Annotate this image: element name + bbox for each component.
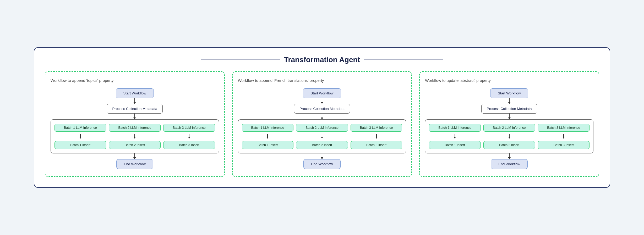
batch-arrow-cell-3-1	[429, 134, 481, 138]
small-arrow-1-1	[80, 134, 81, 138]
workflow-box-3: Workflow to update 'abstract' propertySt…	[419, 71, 599, 177]
batch-insert-1-2: Batch 2 Insert	[109, 141, 161, 149]
small-arrow-1-2	[134, 134, 135, 138]
batch-insert-1-3: Batch 3 Insert	[163, 141, 215, 149]
batch-inference-2-1: Batch 1 LLM Inference	[242, 124, 294, 132]
small-arrow-2-1	[267, 134, 268, 138]
flow-container-2: Start WorkflowProcess Collection Metadat…	[238, 88, 406, 169]
title-row: Transformation Agent	[45, 56, 599, 64]
batch-arrow-cell-1-1	[54, 134, 106, 138]
small-arrow-3-1	[455, 134, 455, 138]
end-workflow-node-1: End Workflow	[116, 159, 153, 169]
batch-arrows-row-1	[54, 134, 215, 138]
page-title: Transformation Agent	[284, 56, 360, 64]
batch-inference-1-2: Batch 2 LLM Inference	[109, 124, 161, 132]
batch-arrow-cell-1-3	[163, 134, 215, 138]
batch-insert-3-2: Batch 2 Insert	[483, 141, 535, 149]
main-container: Transformation Agent Workflow to append …	[34, 47, 610, 188]
end-workflow-node-2: End Workflow	[303, 159, 340, 169]
arrow-start-2	[322, 98, 322, 104]
arrow-batches-1	[134, 153, 135, 159]
batch-insert-2-1: Batch 1 Insert	[242, 141, 294, 149]
batch-insert-3-1: Batch 1 Insert	[429, 141, 481, 149]
batch-arrows-row-2	[242, 134, 402, 138]
small-arrow-3-2	[509, 134, 510, 138]
insert-row-2: Batch 1 InsertBatch 2 InsertBatch 3 Inse…	[242, 141, 402, 149]
small-arrow-1-3	[189, 134, 189, 138]
batch-inference-3-3: Batch 3 LLM Inference	[538, 124, 590, 132]
small-arrow-2-2	[322, 134, 322, 138]
workflow-label-3: Workflow to update 'abstract' property	[425, 78, 491, 83]
insert-row-1: Batch 1 InsertBatch 2 InsertBatch 3 Inse…	[54, 141, 215, 149]
batch-arrow-cell-2-1	[242, 134, 294, 138]
batch-arrow-cell-2-3	[351, 134, 402, 138]
start-workflow-node-3: Start Workflow	[490, 88, 528, 98]
title-line-right	[364, 60, 443, 60]
batches-box-1: Batch 1 LLM InferenceBatch 2 LLM Inferen…	[51, 119, 219, 153]
arrow-process-2	[322, 114, 322, 119]
workflows-row: Workflow to append 'topics' propertyStar…	[45, 71, 599, 177]
batch-inference-1-1: Batch 1 LLM Inference	[54, 124, 106, 132]
workflow-box-1: Workflow to append 'topics' propertyStar…	[45, 71, 225, 177]
batches-box-2: Batch 1 LLM InferenceBatch 2 LLM Inferen…	[238, 119, 406, 153]
small-arrow-2-3	[376, 134, 377, 138]
end-workflow-node-3: End Workflow	[491, 159, 528, 169]
batch-arrow-cell-2-2	[296, 134, 348, 138]
arrow-process-3	[509, 114, 510, 119]
arrow-batches-3	[509, 153, 510, 159]
batch-arrow-cell-1-2	[109, 134, 161, 138]
workflow-label-2: Workflow to append 'French translations'…	[238, 78, 324, 83]
flow-container-1: Start WorkflowProcess Collection Metadat…	[51, 88, 219, 169]
workflow-box-2: Workflow to append 'French translations'…	[232, 71, 412, 177]
title-line-left	[201, 60, 280, 60]
arrow-start-3	[509, 98, 510, 104]
inference-row-2: Batch 1 LLM InferenceBatch 2 LLM Inferen…	[242, 124, 402, 132]
batch-inference-1-3: Batch 3 LLM Inference	[163, 124, 215, 132]
process-metadata-node-2: Process Collection Metadata	[294, 104, 350, 114]
batch-insert-2-2: Batch 2 Insert	[296, 141, 348, 149]
flow-container-3: Start WorkflowProcess Collection Metadat…	[425, 88, 593, 169]
batch-insert-2-3: Batch 3 Insert	[351, 141, 402, 149]
batch-inference-2-2: Batch 2 LLM Inference	[296, 124, 348, 132]
batches-box-3: Batch 1 LLM InferenceBatch 2 LLM Inferen…	[425, 119, 593, 153]
batch-inference-3-2: Batch 2 LLM Inference	[483, 124, 535, 132]
batch-arrow-cell-3-2	[483, 134, 535, 138]
batch-arrow-cell-3-3	[538, 134, 590, 138]
batch-inference-3-1: Batch 1 LLM Inference	[429, 124, 481, 132]
workflow-label-1: Workflow to append 'topics' property	[51, 78, 114, 83]
arrow-batches-2	[322, 153, 322, 159]
start-workflow-node-1: Start Workflow	[116, 88, 154, 98]
inference-row-1: Batch 1 LLM InferenceBatch 2 LLM Inferen…	[54, 124, 215, 132]
arrow-start-1	[134, 98, 135, 104]
batch-insert-3-3: Batch 3 Insert	[538, 141, 590, 149]
batch-insert-1-1: Batch 1 Insert	[54, 141, 106, 149]
insert-row-3: Batch 1 InsertBatch 2 InsertBatch 3 Inse…	[429, 141, 590, 149]
inference-row-3: Batch 1 LLM InferenceBatch 2 LLM Inferen…	[429, 124, 590, 132]
process-metadata-node-3: Process Collection Metadata	[481, 104, 537, 114]
small-arrow-3-3	[563, 134, 564, 138]
batch-inference-2-3: Batch 3 LLM Inference	[351, 124, 402, 132]
arrow-process-1	[134, 114, 135, 119]
batch-arrows-row-3	[429, 134, 590, 138]
start-workflow-node-2: Start Workflow	[303, 88, 341, 98]
process-metadata-node-1: Process Collection Metadata	[107, 104, 163, 114]
